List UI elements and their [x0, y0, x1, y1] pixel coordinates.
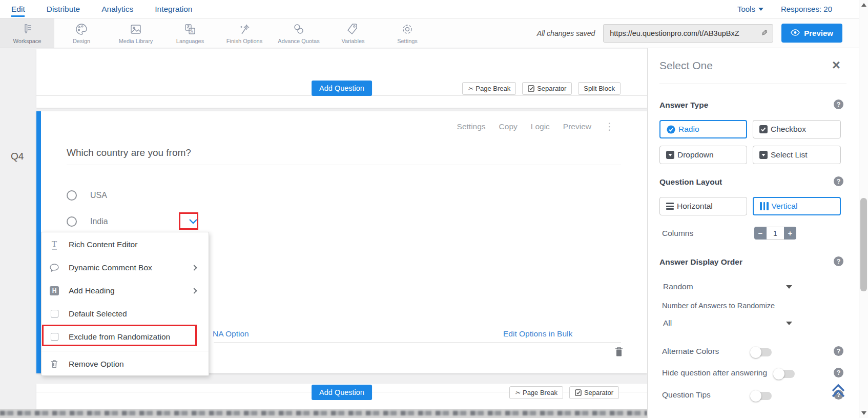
alternate-colors-toggle[interactable] [751, 348, 772, 356]
columns-increment-button[interactable]: + [784, 227, 796, 240]
nav-tab-edit[interactable]: Edit [11, 0, 37, 18]
divider [659, 84, 846, 84]
split-block-button[interactable]: Split Block [578, 82, 621, 95]
menu-item-rich-content-editor[interactable]: T Rich Content Editor [42, 233, 209, 256]
edit-url-icon[interactable] [756, 28, 773, 38]
checkbox-check-icon [759, 125, 768, 133]
delete-question-trash-icon[interactable] [614, 346, 624, 359]
trash-icon [49, 360, 59, 368]
question-tips-label: Question Tips [662, 390, 711, 400]
scroll-to-top-icon[interactable] [830, 383, 847, 400]
blurred-next-question [0, 409, 647, 418]
kebab-menu-icon[interactable] [605, 122, 614, 131]
question-tips-toggle[interactable] [751, 392, 772, 400]
hide-question-toggle[interactable] [774, 370, 795, 378]
survey-url-input[interactable] [604, 29, 756, 37]
answer-option-label[interactable]: USA [90, 191, 107, 200]
alternate-colors-label: Alternate Colors [662, 347, 719, 356]
help-icon[interactable] [834, 368, 843, 377]
scroll-down-arrow-icon[interactable] [861, 411, 866, 415]
answer-type-checkbox-button[interactable]: Checkbox [753, 120, 841, 138]
radio-button[interactable] [67, 190, 77, 201]
menu-item-add-heading[interactable]: H Add Heading [42, 279, 209, 302]
canvas-main: Add Question Page Break Separator Split … [36, 48, 647, 418]
dropdown-icon [666, 151, 674, 159]
toolbar-item-advance-quotas[interactable]: Advance Quotas [272, 18, 326, 48]
help-icon[interactable] [834, 256, 843, 266]
columns-decrement-button[interactable]: − [754, 227, 767, 240]
scroll-up-arrow-icon[interactable] [861, 3, 866, 7]
page-break-button[interactable]: Page Break [509, 386, 563, 399]
toolbar-item-workspace[interactable]: Workspace [0, 18, 54, 48]
divider [214, 342, 621, 343]
na-option-link[interactable]: NA Option [213, 329, 249, 339]
previous-question-card-bottom: Add Question Page Break Separator Split … [36, 49, 647, 108]
answer-type-radio-button[interactable]: Radio [659, 120, 747, 138]
help-icon[interactable] [834, 99, 843, 109]
page-break-button[interactable]: Page Break [462, 82, 516, 95]
menu-item-dynamic-comment-box[interactable]: Dynamic Comment Box [42, 256, 209, 279]
toolbar-item-design[interactable]: Design [54, 18, 109, 48]
question-copy-link[interactable]: Copy [499, 122, 518, 131]
caret-down-icon [786, 322, 792, 325]
add-question-button-bottom[interactable]: Add Question [312, 385, 372, 400]
question-logic-link[interactable]: Logic [531, 122, 550, 131]
question-settings-link[interactable]: Settings [457, 122, 486, 131]
option-context-menu: T Rich Content Editor Dynamic Comment Bo… [41, 232, 209, 376]
nav-right: Tools Responses: 20 [737, 5, 859, 13]
menu-item-default-selected[interactable]: Default Selected [42, 302, 209, 325]
columns-value-input[interactable] [767, 227, 784, 240]
palette-icon [75, 23, 88, 36]
menu-item-remove-option[interactable]: Remove Option [42, 352, 209, 375]
help-icon[interactable] [834, 176, 843, 186]
question-actions: Settings Copy Logic Preview [457, 122, 614, 131]
preview-button[interactable]: Preview [781, 24, 842, 43]
question-preview-link[interactable]: Preview [563, 122, 591, 131]
layout-horizontal-button[interactable]: Horizontal [659, 197, 747, 215]
layout-vertical-button[interactable]: Vertical [753, 197, 841, 215]
toolbar-item-label: Design [73, 38, 90, 44]
tag-icon [346, 23, 360, 36]
add-question-button-top[interactable]: Add Question [312, 81, 372, 96]
nav-tabs: Edit Distribute Analytics Integration [0, 0, 214, 18]
caret-down-icon [786, 285, 792, 289]
hide-question-label: Hide question after answering [662, 368, 767, 377]
gear-icon [401, 23, 414, 36]
questionpro-survey-editor: Edit Distribute Analytics Integration To… [0, 0, 868, 418]
answer-option-label[interactable]: India [90, 217, 108, 226]
display-order-select[interactable]: Random [663, 282, 792, 291]
toolbar-item-label: Languages [176, 38, 204, 44]
responses-count[interactable]: Responses: 20 [781, 5, 832, 13]
question-title[interactable]: Which country are you from? [67, 147, 191, 158]
answer-type-dropdown-button[interactable]: Dropdown [659, 146, 747, 164]
nav-tab-integration[interactable]: Integration [155, 0, 204, 18]
nav-tab-distribute[interactable]: Distribute [47, 0, 92, 18]
toolbar-item-settings[interactable]: Settings [380, 18, 435, 48]
help-icon[interactable] [834, 346, 843, 356]
radio-button[interactable] [67, 216, 77, 227]
toolbar-right: All changes saved Preview [537, 24, 859, 43]
answer-display-order-label: Answer Display Order [659, 257, 742, 267]
option-menu-chevron-icon[interactable] [186, 215, 200, 227]
edit-options-in-bulk-link[interactable]: Edit Options in Bulk [503, 329, 572, 339]
menu-item-exclude-from-randomization[interactable]: Exclude from Randomization [42, 325, 209, 348]
toolbar-item-languages[interactable]: A Languages [163, 18, 217, 48]
page-scrollbar[interactable] [859, 0, 868, 418]
scrollbar-thumb[interactable] [860, 198, 867, 291]
save-status: All changes saved [537, 29, 595, 37]
separator-button[interactable]: Separator [522, 82, 572, 95]
toolbar-item-variables[interactable]: Variables [326, 18, 380, 48]
tools-menu[interactable]: Tools [737, 5, 763, 13]
answer-option-row: India [67, 216, 108, 227]
toolbar-item-media-library[interactable]: Media Library [109, 18, 163, 48]
toolbar-item-label: Finish Options [226, 38, 262, 44]
nav-tab-analytics[interactable]: Analytics [101, 0, 146, 18]
answer-type-select-list-button[interactable]: Select List [753, 146, 841, 164]
close-icon[interactable] [832, 58, 840, 72]
separator-button[interactable]: Separator [569, 386, 619, 399]
toolbar-item-finish-options[interactable]: Finish Options [217, 18, 272, 48]
randomize-count-select[interactable]: All [663, 319, 792, 328]
block-actions-bottom: Page Break Separator [509, 386, 619, 399]
toolbar-item-label: Advance Quotas [278, 38, 319, 44]
sidebar-title: Select One [659, 59, 713, 72]
